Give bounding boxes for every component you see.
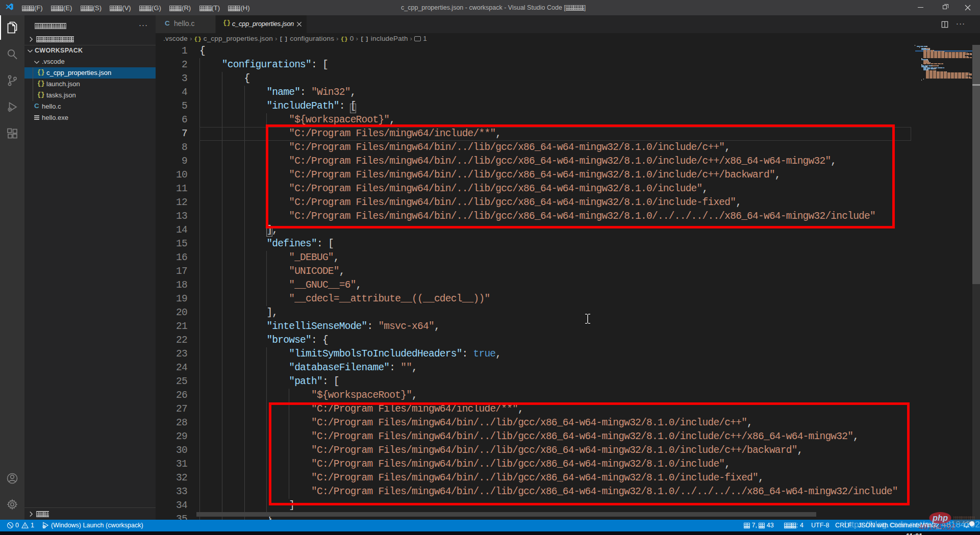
svg-text:php: php (932, 513, 948, 522)
